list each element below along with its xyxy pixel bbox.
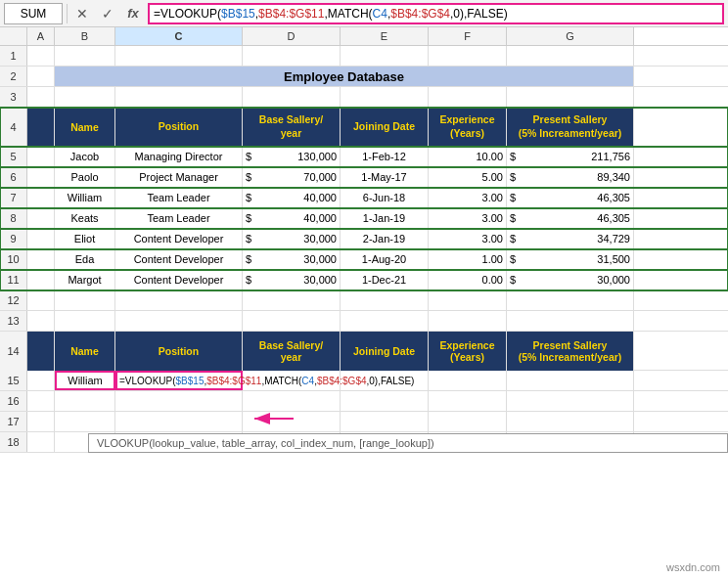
cell-f16[interactable] bbox=[429, 391, 507, 411]
cell-d16[interactable] bbox=[243, 391, 341, 411]
cell-d4-salary[interactable]: Base Sallery/year bbox=[243, 108, 341, 147]
cell-e4-joining[interactable]: Joining Date bbox=[341, 108, 429, 147]
cell-g7[interactable]: $46,305 bbox=[507, 188, 634, 207]
cell-d9[interactable]: $30,000 bbox=[243, 229, 341, 248]
cell-a6[interactable] bbox=[27, 167, 55, 187]
cell-c1[interactable] bbox=[115, 46, 243, 66]
cell-b3[interactable] bbox=[55, 87, 115, 107]
cell-b12[interactable] bbox=[55, 290, 115, 310]
cell-a16[interactable] bbox=[27, 391, 55, 411]
cell-b15-william[interactable]: William bbox=[55, 371, 115, 390]
cell-a4[interactable] bbox=[27, 108, 55, 147]
cell-f3[interactable] bbox=[429, 87, 507, 107]
cell-f6[interactable]: 5.00 bbox=[429, 167, 507, 187]
cell-f13[interactable] bbox=[429, 311, 507, 331]
cell-g14-present-salary[interactable]: Present Sallery(5% Increament/year) bbox=[507, 332, 634, 371]
name-box[interactable] bbox=[4, 3, 63, 24]
cell-b9[interactable]: Eliot bbox=[55, 229, 115, 248]
cell-c13[interactable] bbox=[115, 311, 243, 331]
cell-c12[interactable] bbox=[115, 290, 243, 310]
cell-b5[interactable]: Jacob bbox=[55, 147, 115, 166]
cell-d5[interactable]: $130,000 bbox=[243, 147, 341, 166]
cell-g3[interactable] bbox=[507, 87, 634, 107]
cell-g17[interactable] bbox=[507, 412, 634, 431]
cell-a12[interactable] bbox=[27, 290, 55, 310]
cell-b11[interactable]: Margot bbox=[55, 270, 115, 290]
cell-f7[interactable]: 3.00 bbox=[429, 188, 507, 207]
cell-g12[interactable] bbox=[507, 290, 634, 310]
cell-f4-experience[interactable]: Experience(Years) bbox=[429, 108, 507, 147]
cell-f8[interactable]: 3.00 bbox=[429, 208, 507, 228]
cell-d3[interactable] bbox=[243, 87, 341, 107]
cell-c17[interactable] bbox=[115, 412, 243, 431]
cell-a3[interactable] bbox=[27, 87, 55, 107]
cell-e11[interactable]: 1-Dec-21 bbox=[341, 270, 429, 290]
cell-g10[interactable]: $31,500 bbox=[507, 249, 634, 269]
cell-a17[interactable] bbox=[27, 412, 55, 431]
cell-b8[interactable]: Keats bbox=[55, 208, 115, 228]
cell-g6[interactable]: $89,340 bbox=[507, 167, 634, 187]
cell-e6[interactable]: 1-May-17 bbox=[341, 167, 429, 187]
cell-g8[interactable]: $46,305 bbox=[507, 208, 634, 228]
cell-c4-position[interactable]: Position bbox=[115, 108, 243, 147]
cell-c9[interactable]: Content Developer bbox=[115, 229, 243, 248]
cell-b7[interactable]: William bbox=[55, 188, 115, 207]
cell-g11[interactable]: $30,000 bbox=[507, 270, 634, 290]
cell-d7[interactable]: $40,000 bbox=[243, 188, 341, 207]
cell-f5[interactable]: 10.00 bbox=[429, 147, 507, 166]
cell-e7[interactable]: 6-Jun-18 bbox=[341, 188, 429, 207]
cell-g4-present-salary[interactable]: Present Sallery(5% Increament/year) bbox=[507, 108, 634, 147]
cell-b10[interactable]: Eda bbox=[55, 249, 115, 269]
cell-b4-name[interactable]: Name bbox=[55, 108, 115, 147]
cell-g13[interactable] bbox=[507, 311, 634, 331]
cell-c8[interactable]: Team Leader bbox=[115, 208, 243, 228]
cell-a18[interactable] bbox=[27, 432, 55, 452]
cell-d8[interactable]: $40,000 bbox=[243, 208, 341, 228]
cell-g15[interactable] bbox=[507, 371, 634, 390]
cell-f1[interactable] bbox=[429, 46, 507, 66]
cell-f14-experience[interactable]: Experience(Years) bbox=[429, 332, 507, 371]
cell-a8[interactable] bbox=[27, 208, 55, 228]
cell-d1[interactable] bbox=[243, 46, 341, 66]
cell-a15[interactable] bbox=[27, 371, 55, 390]
cell-d11[interactable]: $30,000 bbox=[243, 270, 341, 290]
cell-d6[interactable]: $70,000 bbox=[243, 167, 341, 187]
cell-f9[interactable]: 3.00 bbox=[429, 229, 507, 248]
cell-c10[interactable]: Content Developer bbox=[115, 249, 243, 269]
cell-a9[interactable] bbox=[27, 229, 55, 248]
cell-a13[interactable] bbox=[27, 311, 55, 331]
cell-g16[interactable] bbox=[507, 391, 634, 411]
cell-c7[interactable]: Team Leader bbox=[115, 188, 243, 207]
cell-d17[interactable] bbox=[243, 412, 341, 431]
cell-a14[interactable] bbox=[27, 332, 55, 371]
cell-c15-formula[interactable]: =VLOOKUP($B$15, $B$4:$G$11, MATCH(C4,$B$… bbox=[115, 371, 243, 390]
cell-b6[interactable]: Paolo bbox=[55, 167, 115, 187]
cell-f17[interactable] bbox=[429, 412, 507, 431]
cell-e10[interactable]: 1-Aug-20 bbox=[341, 249, 429, 269]
cell-e1[interactable] bbox=[341, 46, 429, 66]
cell-e5[interactable]: 1-Feb-12 bbox=[341, 147, 429, 166]
cell-b13[interactable] bbox=[55, 311, 115, 331]
cell-c5[interactable]: Managing Director bbox=[115, 147, 243, 166]
cell-c11[interactable]: Content Developer bbox=[115, 270, 243, 290]
cell-a7[interactable] bbox=[27, 188, 55, 207]
cell-b1[interactable] bbox=[55, 46, 115, 66]
cell-b16[interactable] bbox=[55, 391, 115, 411]
cell-a11[interactable] bbox=[27, 270, 55, 290]
cell-g5[interactable]: $211,756 bbox=[507, 147, 634, 166]
cell-d13[interactable] bbox=[243, 311, 341, 331]
cell-b14-name[interactable]: Name bbox=[55, 332, 115, 371]
cell-c3[interactable] bbox=[115, 87, 243, 107]
cell-e9[interactable]: 2-Jan-19 bbox=[341, 229, 429, 248]
cell-a5[interactable] bbox=[27, 147, 55, 166]
formula-icon-button[interactable]: fx bbox=[122, 3, 144, 24]
cell-c14-position[interactable]: Position bbox=[115, 332, 243, 371]
cell-f10[interactable]: 1.00 bbox=[429, 249, 507, 269]
cell-d14-salary[interactable]: Base Sallery/year bbox=[243, 332, 341, 371]
cell-e8[interactable]: 1-Jan-19 bbox=[341, 208, 429, 228]
cell-e16[interactable] bbox=[341, 391, 429, 411]
confirm-button[interactable]: ✓ bbox=[97, 3, 118, 24]
cell-c6[interactable]: Project Manager bbox=[115, 167, 243, 187]
cell-e3[interactable] bbox=[341, 87, 429, 107]
cell-a2[interactable] bbox=[27, 67, 55, 86]
